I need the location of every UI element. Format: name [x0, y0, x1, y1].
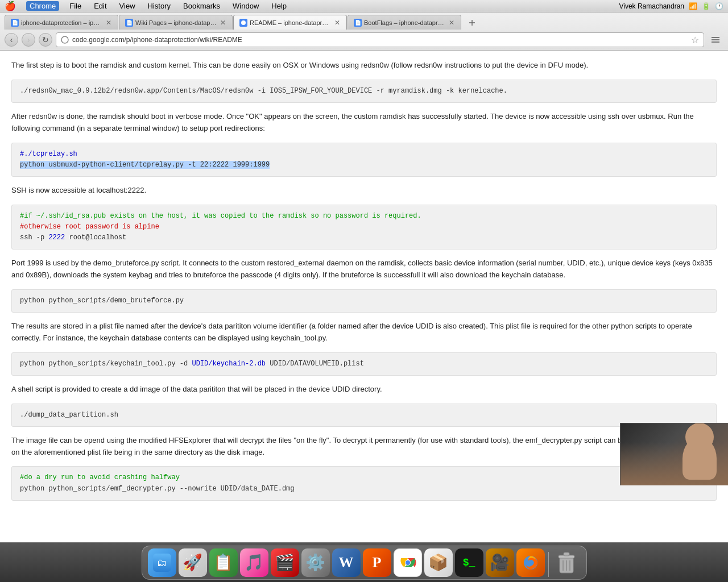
wifi-icon: 📶 — [689, 2, 697, 10]
dock-finder[interactable]: 🗂 — [148, 548, 176, 577]
menu-bookmarks[interactable]: Bookmarks — [181, 2, 222, 10]
reload-button[interactable]: ↻ — [39, 33, 52, 47]
svg-rect-15 — [564, 552, 569, 556]
tab-4-label: BootFlags – iphone-datapro… — [364, 19, 446, 26]
prose-content: The first step is to boot the ramdisk an… — [11, 60, 717, 501]
code-ssh-cmd: ssh -p 2222 root@localhost — [20, 232, 708, 243]
code-tcprelay-line2: python usbmuxd-python-client/tcprelay.py… — [20, 160, 708, 171]
tab-1-label: iphone-dataprotection – iph… — [21, 19, 103, 26]
dock-firefox[interactable] — [516, 548, 545, 577]
menu-window[interactable]: Window — [230, 2, 261, 10]
dock-area: 🗂 🚀 📋 🎵 🎬 ⚙️ W P 📦 — [0, 542, 728, 582]
bookmark-star[interactable]: ☆ — [691, 35, 699, 45]
dock-word[interactable]: W — [332, 548, 361, 577]
tab-1-close[interactable]: ✕ — [105, 18, 112, 27]
dock-virtualbox[interactable]: 📦 — [424, 548, 453, 577]
para-ssh: SSH is now accessible at localhost:2222. — [11, 185, 717, 197]
tab-1-favicon: 📄 — [11, 19, 19, 27]
tab-1[interactable]: 📄 iphone-dataprotection – iph… ✕ — [5, 15, 118, 30]
dock-chrome[interactable] — [394, 548, 422, 577]
code-dump: ./dump_data_partition.sh — [11, 404, 717, 427]
menu-help[interactable]: Help — [269, 2, 289, 10]
code-bruteforce: python python_scripts/demo_bruteforce.py — [11, 289, 717, 313]
code-ssh-alpine: #otherwise root password is alpine — [20, 222, 708, 232]
video-overlay — [620, 423, 728, 485]
clock-icon: 🕐 — [715, 2, 723, 10]
menu-user-name: Vivek Ramachandran — [619, 2, 684, 10]
tab-2-favicon: 📄 — [125, 19, 133, 27]
dock-launchpad[interactable]: 🚀 — [179, 548, 207, 577]
menu-edit[interactable]: Edit — [92, 2, 109, 10]
menu-history[interactable]: History — [146, 2, 173, 10]
code-redsn0w-line: ./redsn0w_mac_0.9.12b2/redsn0w.app/Conte… — [20, 86, 708, 97]
page-scroll[interactable]: The first step is to boot the ramdisk an… — [0, 51, 728, 542]
code-tcprelay: #./tcprelay.sh python usbmuxd-python-cli… — [11, 143, 717, 177]
dock-sysprefs[interactable]: ⚙️ — [301, 548, 330, 577]
para-5: A shell script is provided to create a d… — [11, 384, 717, 396]
code-dump-line: ./dump_data_partition.sh — [20, 410, 708, 421]
tab-2[interactable]: 📄 Wiki Pages – iphone-datapro… ✕ — [119, 15, 233, 30]
svg-text:🗂: 🗂 — [157, 557, 167, 568]
code-emf-cmd: python python_scripts/emf_decrypter.py -… — [20, 484, 708, 494]
video-person — [621, 423, 728, 485]
back-button[interactable]: ‹ — [5, 33, 18, 47]
code-keychain: python python_scripts/keychain_tool.py -… — [11, 352, 717, 376]
svg-point-0 — [241, 20, 246, 25]
code-redsn0w: ./redsn0w_mac_0.9.12b2/redsn0w.app/Conte… — [11, 80, 717, 103]
svg-point-11 — [406, 560, 410, 565]
browser-chrome: 📄 iphone-dataprotection – iph… ✕ 📄 Wiki … — [0, 13, 728, 51]
menu-button[interactable] — [708, 32, 723, 48]
forward-button[interactable]: › — [22, 33, 35, 47]
code-ssh: #if ~/.ssh/id_rsa.pub exists on the host… — [11, 205, 717, 250]
tab-4-close[interactable]: ✕ — [448, 18, 455, 27]
menu-bar-right: Vivek Ramachandran 📶 🔋 🕐 — [619, 2, 723, 10]
apple-menu[interactable]: 🍎 — [5, 1, 16, 11]
menu-chrome[interactable]: Chrome — [26, 1, 59, 11]
dock-terminal[interactable]: $_ — [455, 548, 483, 577]
address-bar[interactable]: code.google.com/p/iphone-dataprotection/… — [56, 32, 704, 47]
tab-bar: 📄 iphone-dataprotection – iph… ✕ 📄 Wiki … — [0, 13, 728, 30]
tab-2-label: Wiki Pages – iphone-datapro… — [135, 19, 217, 26]
dock: 🗂 🚀 📋 🎵 🎬 ⚙️ W P 📦 — [142, 546, 587, 580]
dock-media[interactable]: 🎥 — [486, 548, 514, 577]
dock-dvd[interactable]: 🎬 — [271, 548, 299, 577]
code-keychain-line: python python_scripts/keychain_tool.py -… — [20, 359, 708, 369]
battery-icon: 🔋 — [702, 2, 710, 10]
dock-papp[interactable]: P — [363, 548, 391, 577]
new-tab-button[interactable] — [464, 16, 480, 30]
menu-file[interactable]: File — [67, 2, 84, 10]
code-ssh-comment: #if ~/.ssh/id_rsa.pub exists on the host… — [20, 211, 708, 222]
address-text: code.google.com/p/iphone-dataprotection/… — [72, 36, 688, 44]
code-tcprelay-line1: #./tcprelay.sh — [20, 149, 708, 160]
dock-separator — [548, 552, 549, 577]
menu-view[interactable]: View — [117, 2, 138, 10]
code-emf-comment: #do a dry run to avoid crashing halfway — [20, 472, 708, 483]
nav-bar: ‹ › ↻ code.google.com/p/iphone-dataprote… — [0, 30, 728, 50]
tab-4[interactable]: 📄 BootFlags – iphone-datapro… ✕ — [348, 15, 461, 30]
dock-itunes[interactable]: 🎵 — [240, 548, 268, 577]
code-bruteforce-line: python python_scripts/demo_bruteforce.py — [20, 296, 708, 306]
dock-trash[interactable] — [552, 548, 581, 577]
tab-3-label: README – iphone-dataprotec… — [250, 19, 332, 26]
svg-point-3 — [61, 36, 68, 43]
para-6: The image file can be opend using the mo… — [11, 435, 717, 459]
tab-4-favicon: 📄 — [354, 19, 362, 27]
dock-app1[interactable]: 📋 — [209, 548, 238, 577]
menu-bar: 🍎 Chrome File Edit View History Bookmark… — [0, 0, 728, 13]
tab-3-close[interactable]: ✕ — [334, 18, 341, 27]
para-1: The first step is to boot the ramdisk an… — [11, 60, 717, 72]
tab-3[interactable]: README – iphone-dataprotec… ✕ — [233, 15, 347, 30]
para-3: Port 1999 is used by the demo_bruteforce… — [11, 257, 717, 281]
para-2: After redsn0w is done, the ramdisk shoul… — [11, 111, 717, 135]
tab-3-favicon — [239, 19, 247, 27]
page-content: The first step is to boot the ramdisk an… — [0, 51, 728, 542]
code-emf: #do a dry run to avoid crashing halfway … — [11, 466, 717, 500]
para-4: The results are stored in a plist file n… — [11, 321, 717, 344]
tab-2-close[interactable]: ✕ — [220, 18, 226, 27]
